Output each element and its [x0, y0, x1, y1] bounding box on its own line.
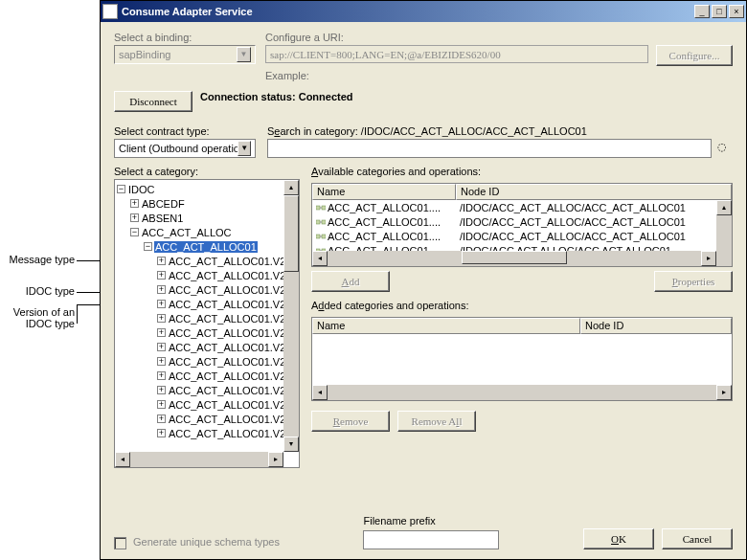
- tree-toggle-icon[interactable]: +: [130, 213, 139, 222]
- tree-toggle-icon[interactable]: −: [144, 242, 152, 251]
- tree-label: ACC_ACT_ALLOC01.V2: [168, 356, 286, 368]
- dialog-window: Consume Adapter Service _ □ × Select a b…: [100, 0, 747, 560]
- window-title: Consume Adapter Service: [122, 6, 253, 17]
- connection-status: Connection status: Connected: [200, 91, 353, 102]
- tree-item[interactable]: +ACC_ACT_ALLOC01.V2: [117, 297, 297, 311]
- scrollbar-horizontal[interactable]: ◂ ▸: [115, 452, 283, 467]
- tree-item[interactable]: +ACC_ACT_ALLOC01.V2: [117, 325, 297, 340]
- tree-toggle-icon[interactable]: +: [157, 400, 166, 409]
- tree-item[interactable]: +ACC_ACT_ALLOC01.V2: [117, 282, 297, 297]
- tree-toggle-icon[interactable]: −: [117, 185, 125, 193]
- tree-toggle-icon[interactable]: +: [157, 300, 166, 308]
- schema-checkbox-group[interactable]: Generate unique schema types: [114, 536, 280, 549]
- tree-toggle-icon[interactable]: +: [157, 371, 166, 380]
- spinner-icon: ◌: [717, 141, 733, 156]
- tree-item[interactable]: −ACC_ACT_ALLOC01: [117, 239, 297, 254]
- tree-item[interactable]: +ACC_ACT_ALLOC01.V2: [117, 354, 297, 369]
- configure-button[interactable]: Configure...: [656, 45, 733, 66]
- tree-item[interactable]: +ACC_ACT_ALLOC01.V2: [117, 426, 297, 440]
- close-button[interactable]: ×: [729, 5, 744, 18]
- add-button[interactable]: Add: [311, 271, 390, 292]
- scrollbar-vertical[interactable]: ▴: [716, 200, 732, 266]
- col-nodeid[interactable]: Node ID: [456, 184, 732, 200]
- tree-label: ACC_ACT_ALLOC01.V2: [168, 299, 286, 310]
- search-input[interactable]: [267, 139, 712, 158]
- tree-item[interactable]: −ACC_ACT_ALLOC: [117, 225, 297, 239]
- scrollbar-horizontal[interactable]: ◂ ▸: [312, 251, 716, 266]
- added-list[interactable]: Name Node ID ◂ ▸: [311, 317, 733, 401]
- tree-item[interactable]: +ACC_ACT_ALLOC01.V2: [117, 254, 297, 268]
- col-name[interactable]: Name: [312, 318, 580, 334]
- binding-dropdown[interactable]: sapBinding ▼: [114, 45, 256, 64]
- maximize-button[interactable]: □: [712, 5, 727, 18]
- tree-item[interactable]: +ACC_ACT_ALLOC01.V2: [117, 412, 297, 426]
- tree-toggle-icon[interactable]: +: [157, 357, 166, 366]
- scroll-left-icon[interactable]: ◂: [312, 251, 328, 266]
- tree-item[interactable]: +ACC_ACT_ALLOC01.V2: [117, 340, 297, 354]
- scroll-right-icon[interactable]: ▸: [268, 452, 283, 467]
- tree-label: ACC_ACT_ALLOC: [141, 227, 233, 238]
- tree-toggle-icon[interactable]: +: [130, 199, 139, 208]
- available-list[interactable]: Name Node ID ACC_ACT_ALLOC01..../IDOC/AC…: [311, 183, 733, 267]
- tree-toggle-icon[interactable]: +: [157, 271, 166, 280]
- tree-toggle-icon[interactable]: +: [157, 414, 166, 423]
- remove-all-button[interactable]: Remove All: [397, 411, 476, 432]
- tree-label: ACC_ACT_ALLOC01.V2: [168, 256, 286, 267]
- contract-label: Select contract type:: [114, 125, 256, 137]
- tree-toggle-icon[interactable]: +: [157, 343, 166, 351]
- scroll-left-icon[interactable]: ◂: [312, 385, 328, 400]
- minimize-button[interactable]: _: [694, 5, 710, 18]
- scroll-up-icon[interactable]: ▴: [283, 180, 299, 195]
- tree-toggle-icon[interactable]: +: [157, 429, 166, 437]
- contract-dropdown[interactable]: Client (Outbound operations ▼: [114, 139, 256, 158]
- scroll-right-icon[interactable]: ▸: [716, 385, 732, 400]
- tree-item[interactable]: +ABSEN1: [117, 211, 297, 225]
- scrollbar-horizontal[interactable]: ◂ ▸: [312, 385, 732, 400]
- col-nodeid[interactable]: Node ID: [580, 318, 732, 334]
- list-row[interactable]: ACC_ACT_ALLOC01..../IDOC/ACC_ACT_ALLOC/A…: [312, 214, 732, 229]
- schema-checkbox[interactable]: [114, 537, 126, 549]
- tree-toggle-icon[interactable]: +: [157, 257, 166, 265]
- tree-toggle-icon[interactable]: +: [157, 386, 166, 394]
- scrollbar-vertical[interactable]: ▴ ▾: [283, 180, 299, 452]
- tree-item[interactable]: −IDOC: [117, 182, 297, 196]
- tree-toggle-icon[interactable]: +: [157, 285, 166, 294]
- filename-label: Filename prefix: [363, 515, 499, 526]
- tree-label: ACC_ACT_ALLOC01.V2: [168, 370, 286, 382]
- tree-item[interactable]: +ACC_ACT_ALLOC01.V2: [117, 397, 297, 412]
- tree-toggle-icon[interactable]: −: [130, 228, 139, 236]
- scroll-down-icon[interactable]: ▾: [283, 437, 299, 452]
- tree-item[interactable]: +ACC_ACT_ALLOC01.V2: [117, 268, 297, 282]
- tree-item[interactable]: +ACC_ACT_ALLOC01.V2: [117, 311, 297, 325]
- ok-button[interactable]: OK: [583, 528, 654, 549]
- tree-label: ACC_ACT_ALLOC01.V2: [168, 313, 286, 325]
- list-row[interactable]: ACC_ACT_ALLOC01..../IDOC/ACC_ACT_ALLOC/A…: [312, 229, 732, 243]
- list-row[interactable]: ACC_ACT_ALLOC01..../IDOC/ACC_ACT_ALLOC/A…: [312, 200, 732, 214]
- example-label: Example:: [265, 70, 733, 81]
- disconnect-button[interactable]: Disconnect: [114, 91, 192, 112]
- tree-item[interactable]: +ACC_ACT_ALLOC01.V2: [117, 383, 297, 397]
- scroll-left-icon[interactable]: ◂: [115, 452, 130, 467]
- col-name[interactable]: Name: [312, 184, 456, 200]
- filename-input[interactable]: [363, 530, 499, 549]
- tree-item[interactable]: +ACC_ACT_ALLOC01.V2: [117, 369, 297, 383]
- uri-label: Configure a URI:: [265, 32, 733, 43]
- select-binding-label: Select a binding:: [114, 32, 258, 43]
- scroll-thumb[interactable]: [283, 195, 299, 272]
- binding-value: sapBinding: [119, 49, 170, 60]
- svg-rect-4: [322, 220, 326, 224]
- cancel-button[interactable]: Cancel: [662, 528, 733, 549]
- tree-toggle-icon[interactable]: +: [157, 328, 166, 337]
- remove-button[interactable]: Remove: [311, 411, 390, 432]
- scroll-up-icon[interactable]: ▴: [716, 200, 732, 215]
- tree-toggle-icon[interactable]: +: [157, 314, 166, 323]
- tree-item[interactable]: +ABCEDF: [117, 196, 297, 211]
- properties-button[interactable]: Properties: [654, 271, 733, 292]
- category-tree[interactable]: −IDOC+ABCEDF+ABSEN1−ACC_ACT_ALLOC−ACC_AC…: [114, 179, 300, 468]
- tree-label: ACC_ACT_ALLOC01.V2: [168, 342, 286, 353]
- cell-name: ACC_ACT_ALLOC01....: [312, 200, 456, 214]
- scroll-thumb[interactable]: [462, 251, 567, 264]
- scroll-right-icon[interactable]: ▸: [701, 251, 716, 266]
- titlebar: Consume Adapter Service _ □ ×: [101, 1, 746, 22]
- tree-label: ABCEDF: [141, 198, 186, 210]
